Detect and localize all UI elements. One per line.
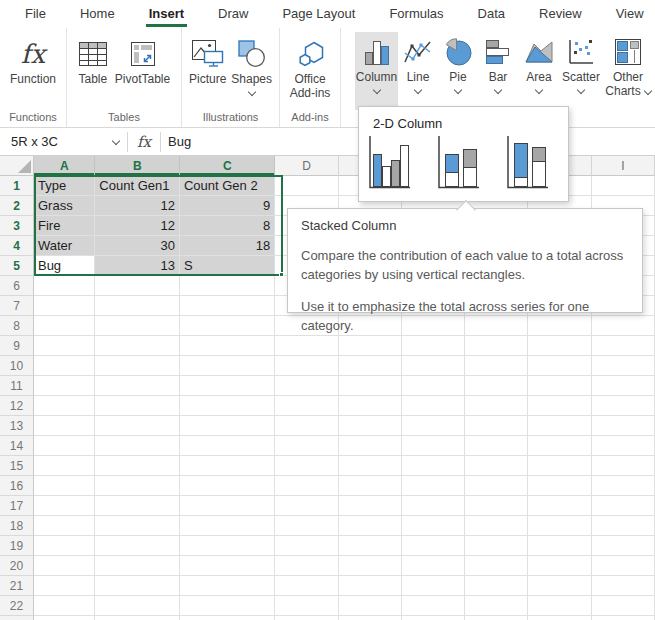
tab-data[interactable]: Data: [461, 0, 522, 28]
cell-A8[interactable]: [34, 316, 95, 336]
row-header-1[interactable]: 1: [0, 176, 34, 196]
cell-F11[interactable]: [402, 376, 465, 396]
cell-I23[interactable]: [592, 616, 655, 620]
row-header-20[interactable]: 20: [0, 556, 34, 576]
cell-E10[interactable]: [339, 356, 402, 376]
tab-view[interactable]: View: [599, 0, 655, 28]
cell-F19[interactable]: [402, 536, 465, 556]
cell-B18[interactable]: [95, 516, 180, 536]
cell-A23[interactable]: [34, 616, 95, 620]
cell-H11[interactable]: [528, 376, 591, 396]
cell-D13[interactable]: [275, 416, 338, 436]
cell-G23[interactable]: [465, 616, 528, 620]
cell-G19[interactable]: [465, 536, 528, 556]
pivottable-button[interactable]: PivotTable: [115, 32, 170, 86]
cell-G17[interactable]: [465, 496, 528, 516]
cell-F13[interactable]: [402, 416, 465, 436]
cell-C4[interactable]: 18: [180, 236, 275, 256]
cell-H20[interactable]: [528, 556, 591, 576]
row-header-2[interactable]: 2: [0, 196, 34, 216]
cell-H9[interactable]: [528, 336, 591, 356]
tab-draw[interactable]: Draw: [201, 0, 265, 28]
cell-B19[interactable]: [95, 536, 180, 556]
cell-F17[interactable]: [402, 496, 465, 516]
cell-B11[interactable]: [95, 376, 180, 396]
scatter-chart-button[interactable]: Scatter: [560, 32, 602, 110]
cell-G10[interactable]: [465, 356, 528, 376]
row-header-16[interactable]: 16: [0, 476, 34, 496]
clustered-column-option[interactable]: [366, 133, 412, 191]
cell-C18[interactable]: [180, 516, 275, 536]
cell-C8[interactable]: [180, 316, 275, 336]
cell-A1[interactable]: Type: [34, 176, 95, 196]
cell-D16[interactable]: [275, 476, 338, 496]
cell-B8[interactable]: [95, 316, 180, 336]
cell-H19[interactable]: [528, 536, 591, 556]
name-box[interactable]: 5R x 3C: [3, 131, 127, 153]
cell-B1[interactable]: Count Gen1: [95, 176, 180, 196]
cell-E13[interactable]: [339, 416, 402, 436]
cell-E17[interactable]: [339, 496, 402, 516]
cell-I13[interactable]: [592, 416, 655, 436]
cell-I19[interactable]: [592, 536, 655, 556]
cell-A10[interactable]: [34, 356, 95, 376]
table-button[interactable]: Table: [78, 32, 108, 86]
cell-E14[interactable]: [339, 436, 402, 456]
cell-G9[interactable]: [465, 336, 528, 356]
cell-A22[interactable]: [34, 596, 95, 616]
cell-C9[interactable]: [180, 336, 275, 356]
office-addins-button[interactable]: Office Add-ins: [290, 32, 331, 100]
cell-F22[interactable]: [402, 596, 465, 616]
cell-G11[interactable]: [465, 376, 528, 396]
cell-A16[interactable]: [34, 476, 95, 496]
cell-B14[interactable]: [95, 436, 180, 456]
cell-E12[interactable]: [339, 396, 402, 416]
cell-G12[interactable]: [465, 396, 528, 416]
cell-A6[interactable]: [34, 276, 95, 296]
cell-E18[interactable]: [339, 516, 402, 536]
cell-F23[interactable]: [402, 616, 465, 620]
cell-E22[interactable]: [339, 596, 402, 616]
cell-F12[interactable]: [402, 396, 465, 416]
cell-C2[interactable]: 9: [180, 196, 275, 216]
row-header-8[interactable]: 8: [0, 316, 34, 336]
tab-file[interactable]: File: [8, 0, 63, 28]
line-chart-button[interactable]: Line: [398, 32, 438, 110]
other-charts-button[interactable]: Other Charts: [602, 32, 654, 110]
cell-A21[interactable]: [34, 576, 95, 596]
cell-I16[interactable]: [592, 476, 655, 496]
cell-A3[interactable]: Fire: [34, 216, 95, 236]
cell-H12[interactable]: [528, 396, 591, 416]
cell-B16[interactable]: [95, 476, 180, 496]
cell-C20[interactable]: [180, 556, 275, 576]
cell-A2[interactable]: Grass: [34, 196, 95, 216]
row-header-17[interactable]: 17: [0, 496, 34, 516]
cell-H21[interactable]: [528, 576, 591, 596]
cell-D23[interactable]: [275, 616, 338, 620]
row-header-13[interactable]: 13: [0, 416, 34, 436]
row-header-21[interactable]: 21: [0, 576, 34, 596]
row-header-6[interactable]: 6: [0, 276, 34, 296]
cell-C12[interactable]: [180, 396, 275, 416]
cell-G13[interactable]: [465, 416, 528, 436]
column-header-D[interactable]: D: [275, 156, 338, 176]
cell-D22[interactable]: [275, 596, 338, 616]
cell-H17[interactable]: [528, 496, 591, 516]
cell-I18[interactable]: [592, 516, 655, 536]
cell-A9[interactable]: [34, 336, 95, 356]
cell-F18[interactable]: [402, 516, 465, 536]
cell-B13[interactable]: [95, 416, 180, 436]
row-header-22[interactable]: 22: [0, 596, 34, 616]
row-header-18[interactable]: 18: [0, 516, 34, 536]
cell-G20[interactable]: [465, 556, 528, 576]
tab-review[interactable]: Review: [522, 0, 599, 28]
column-header-C[interactable]: C: [180, 156, 275, 176]
cell-D12[interactable]: [275, 396, 338, 416]
cell-E19[interactable]: [339, 536, 402, 556]
cell-E20[interactable]: [339, 556, 402, 576]
cell-H23[interactable]: [528, 616, 591, 620]
row-header-11[interactable]: 11: [0, 376, 34, 396]
cell-C14[interactable]: [180, 436, 275, 456]
cell-F16[interactable]: [402, 476, 465, 496]
cell-C3[interactable]: 8: [180, 216, 275, 236]
